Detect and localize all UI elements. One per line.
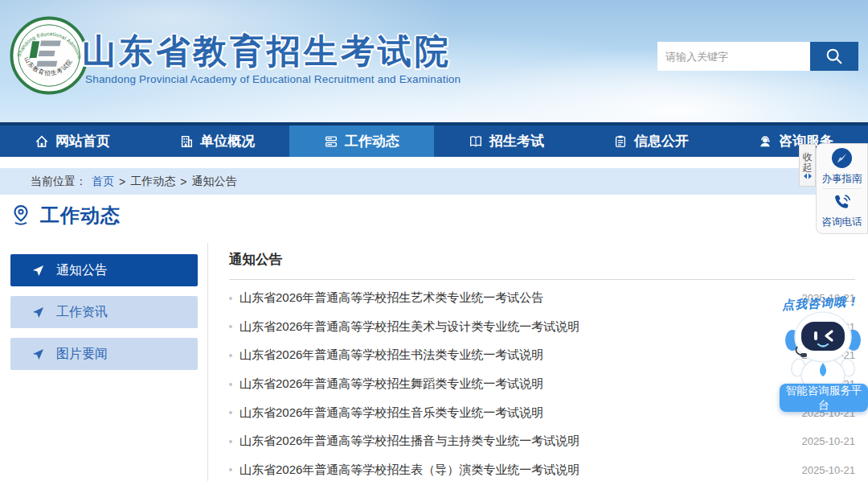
nav-label: 招生考试	[489, 132, 544, 150]
page-title-row: 工作动态	[10, 203, 121, 228]
location-pin-icon	[10, 204, 31, 227]
bullet-dot	[229, 325, 232, 328]
bullet-dot	[229, 383, 232, 386]
compass-icon	[831, 147, 853, 169]
page-title: 工作动态	[40, 203, 121, 228]
nav-item-work-news[interactable]: 工作动态	[289, 125, 434, 157]
nav-item-overview[interactable]: 单位概况	[145, 125, 289, 157]
breadcrumb-separator: >	[180, 175, 186, 188]
site-title: 山东省教育招生考试院	[82, 29, 452, 74]
collapse-arrows-icon	[804, 173, 812, 179]
search-button[interactable]	[810, 42, 858, 71]
send-arrow-icon	[32, 306, 44, 319]
nav-item-admissions[interactable]: 招生考试	[434, 125, 579, 157]
article-link[interactable]: 山东省2026年普通高等学校招生艺术类专业统一考试公告	[240, 290, 543, 306]
nav-label: 单位概况	[200, 132, 255, 150]
main-nav: 网站首页 单位概况 工作动态	[0, 122, 868, 157]
sidebar-item-label: 图片要闻	[56, 346, 108, 363]
nav-item-disclosure[interactable]: 信息公开	[579, 125, 723, 157]
list-item: 山东省2026年普通高等学校招生书法类专业统一考试说明 2025-10-21	[229, 341, 855, 370]
site-logo[interactable]: Shandong Educational Admission & Examina…	[10, 16, 88, 95]
sidebar-item-photo-news[interactable]: 图片要闻	[10, 338, 198, 370]
search-bar	[657, 42, 858, 71]
send-arrow-icon	[32, 348, 44, 360]
content-divider	[207, 243, 208, 481]
list-item: 山东省2026年普通高等学校招生播音与主持类专业统一考试说明 2025-10-2…	[229, 427, 855, 456]
building-icon	[179, 134, 194, 149]
article-link[interactable]: 山东省2026年普通高等学校招生表（导）演类专业统一考试说明	[240, 462, 579, 478]
notice-list-section: 通知公告 山东省2026年普通高等学校招生艺术类专业统一考试公告 2025-10…	[229, 251, 855, 481]
bullet-dot	[229, 411, 232, 414]
book-icon	[469, 134, 483, 149]
bullet-dot	[229, 440, 232, 443]
sidebar-item-work-info[interactable]: 工作资讯	[10, 296, 198, 328]
article-date: 2025-10-21	[802, 464, 856, 476]
headset-icon	[758, 134, 772, 149]
list-item: 山东省2026年普通高等学校招生音乐类专业统一考试说明 2025-10-21	[229, 398, 855, 427]
phone-icon	[833, 193, 852, 212]
collapse-label: 收起	[802, 152, 813, 173]
article-link[interactable]: 山东省2026年普通高等学校招生书法类专业统一考试说明	[240, 347, 543, 363]
list-item: 山东省2026年普通高等学校招生舞蹈类专业统一考试说明 2025-10-21	[229, 370, 855, 399]
breadcrumb-current: 通知公告	[191, 175, 236, 189]
list-icon	[324, 134, 338, 149]
search-icon	[825, 47, 844, 66]
notice-list: 山东省2026年普通高等学校招生艺术类专业统一考试公告 2025-10-21 山…	[229, 284, 855, 481]
breadcrumb-section-link[interactable]: 工作动态	[130, 175, 175, 189]
breadcrumb: 当前位置： 首页 > 工作动态 > 通知公告	[0, 168, 868, 195]
panel-item-label: 咨询电话	[822, 216, 862, 229]
clipboard-icon	[613, 134, 628, 149]
smart-consult-button[interactable]: 智能咨询服务平台	[780, 384, 868, 412]
bullet-dot	[229, 468, 232, 471]
chatbot-robot[interactable]	[776, 306, 868, 395]
quick-service-panel: 办事指南 咨询电话	[816, 143, 868, 234]
nav-label: 网站首页	[55, 132, 110, 150]
site-header: Shandong Educational Admission & Examina…	[0, 0, 868, 122]
list-item: 山东省2026年普通高等学校招生表（导）演类专业统一考试说明 2025-10-2…	[229, 456, 855, 481]
panel-item-label: 办事指南	[822, 172, 862, 186]
list-item: 山东省2026年普通高等学校招生艺术类专业统一考试公告 2025-10-21	[229, 284, 855, 313]
home-icon	[35, 134, 49, 149]
site-subtitle: Shandong Provincial Academy of Education…	[85, 73, 461, 85]
panel-item-guide[interactable]: 办事指南	[817, 144, 867, 188]
search-input[interactable]	[657, 42, 810, 71]
section-title: 通知公告	[229, 251, 855, 280]
sidebar-item-notices[interactable]: 通知公告	[10, 254, 198, 286]
collapse-tab[interactable]: 收起	[799, 144, 816, 187]
sidebar-item-label: 通知公告	[56, 262, 108, 279]
article-date: 2025-10-21	[802, 435, 856, 447]
nav-item-home[interactable]: 网站首页	[0, 125, 145, 157]
send-arrow-icon	[32, 265, 44, 277]
article-link[interactable]: 山东省2026年普通高等学校招生音乐类专业统一考试说明	[240, 405, 543, 421]
article-link[interactable]: 山东省2026年普通高等学校招生播音与主持类专业统一考试说明	[240, 434, 579, 449]
bullet-dot	[229, 354, 232, 357]
breadcrumb-prefix: 当前位置：	[31, 175, 87, 189]
article-link[interactable]: 山东省2026年普通高等学校招生舞蹈类专业统一考试说明	[240, 376, 543, 392]
nav-label: 工作动态	[345, 132, 399, 150]
bullet-dot	[229, 297, 232, 300]
sidebar-item-label: 工作资讯	[56, 304, 108, 321]
page-root: Shandong Educational Admission & Examina…	[0, 0, 868, 481]
nav-label: 信息公开	[634, 132, 689, 150]
breadcrumb-separator: >	[119, 175, 125, 188]
breadcrumb-home-link[interactable]: 首页	[92, 175, 114, 189]
sidebar: 通知公告 工作资讯 图片要闻	[10, 254, 198, 380]
panel-item-phone[interactable]: 咨询电话	[817, 189, 867, 233]
article-link[interactable]: 山东省2026年普通高等学校招生美术与设计类专业统一考试说明	[240, 319, 579, 335]
list-item: 山东省2026年普通高等学校招生美术与设计类专业统一考试说明 2025-10-2…	[229, 313, 855, 342]
